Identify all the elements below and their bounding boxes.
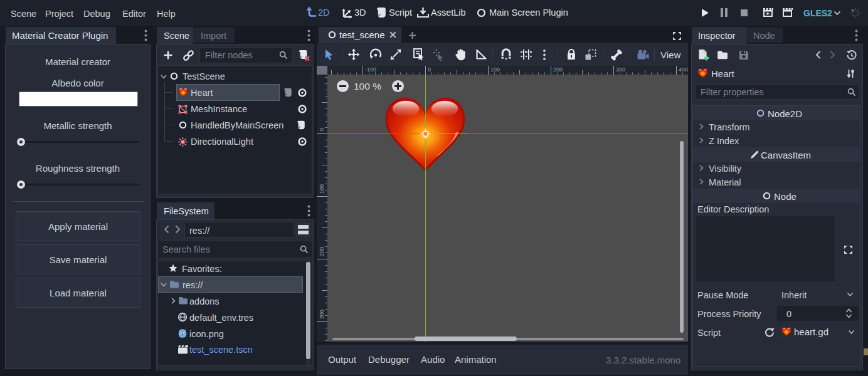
svg-text:400: 400 bbox=[679, 66, 688, 73]
svg-text:0: 0 bbox=[319, 128, 325, 131]
svg-text:200: 200 bbox=[319, 247, 325, 256]
svg-text:200: 200 bbox=[553, 66, 563, 73]
svg-text:100: 100 bbox=[490, 66, 500, 73]
svg-text:300: 300 bbox=[319, 310, 325, 319]
svg-text:100: 100 bbox=[319, 184, 325, 194]
svg-text:-100: -100 bbox=[365, 66, 376, 73]
svg-text:0: 0 bbox=[428, 66, 431, 73]
svg-text:300: 300 bbox=[616, 66, 625, 73]
